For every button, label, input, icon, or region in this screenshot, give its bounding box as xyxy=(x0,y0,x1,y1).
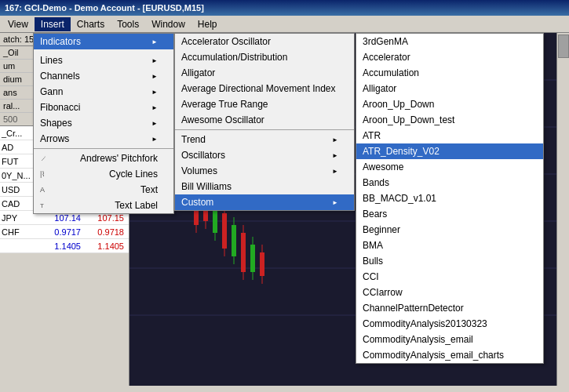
menu-lines[interactable]: Lines ► xyxy=(34,53,173,68)
custom-indicators-list: 3rdGenMA Accelerator Accumulation Alliga… xyxy=(356,33,544,364)
menu-text[interactable]: A Text xyxy=(34,182,173,198)
custom-commodity-analysis-email[interactable]: CommodityAnalysis_email xyxy=(356,332,543,347)
title-text: 167: GCI-Demo - Demo Account - [EURUSD,M… xyxy=(5,3,204,13)
indicators-submenu: Accelerator Oscillator Accumulation/Dist… xyxy=(174,33,355,211)
submenu-arrow: ► xyxy=(151,104,158,111)
custom-cciarrow[interactable]: CCIarrow xyxy=(356,285,543,300)
ind-atr[interactable]: Average True Range xyxy=(175,96,354,112)
menu-bar: View Insert Charts Tools Window Help xyxy=(0,16,569,33)
ind-accumulation[interactable]: Accumulation/Distribution xyxy=(175,49,354,65)
custom-bb-macd[interactable]: BB_MACD_v1.01 xyxy=(356,191,543,206)
menu-fibonacci[interactable]: Fibonacci ► xyxy=(34,100,173,115)
custom-aroon-up-down[interactable]: Aroon_Up_Down xyxy=(356,96,543,112)
ind-volumes[interactable]: Volumes ► xyxy=(175,163,354,179)
menu-shapes[interactable]: Shapes ► xyxy=(34,115,173,131)
custom-commodity-analysis-2013[interactable]: CommodityAnalysis20130323 xyxy=(356,316,543,332)
custom-cci[interactable]: CCI xyxy=(356,269,543,285)
submenu-arrow: ► xyxy=(151,73,158,80)
menu-gann[interactable]: Gann ► xyxy=(34,84,173,100)
custom-3rdgenma[interactable]: 3rdGenMA xyxy=(356,34,543,49)
chart-scrollbar[interactable] xyxy=(556,33,569,386)
custom-awesome[interactable]: Awesome xyxy=(356,159,543,175)
menu-andrews-pitchfork[interactable]: ⟋ Andrews' Pitchfork xyxy=(34,151,173,166)
table-row: 1.1405 1.1405 xyxy=(0,239,129,253)
menu-indicators[interactable]: Indicators ► xyxy=(34,34,173,49)
ind-bill-williams[interactable]: Bill Williams xyxy=(175,179,354,194)
custom-alligator[interactable]: Alligator xyxy=(356,81,543,96)
menu-tools[interactable]: Tools xyxy=(111,17,145,31)
ind-adx[interactable]: Average Directional Movement Index xyxy=(175,81,354,96)
submenu-arrow: ► xyxy=(332,152,338,159)
ind-alligator[interactable]: Alligator xyxy=(175,65,354,81)
table-row: CHF 0.9717 0.9718 xyxy=(0,225,129,239)
ind-custom[interactable]: Custom ► xyxy=(175,194,354,210)
menu-cycle-lines[interactable]: |⌇ Cycle Lines xyxy=(34,166,173,182)
custom-atr-density-v02[interactable]: ATR_Density_V02 xyxy=(356,143,543,159)
menu-text-label[interactable]: T Text Label xyxy=(34,198,173,213)
custom-beginner[interactable]: Beginner xyxy=(356,222,543,238)
menu-insert[interactable]: Insert xyxy=(35,17,71,31)
custom-bands[interactable]: Bands xyxy=(356,175,543,191)
custom-commodity-analysis-email-charts[interactable]: CommodityAnalysis_email_charts xyxy=(356,347,543,363)
submenu-arrow: ► xyxy=(151,38,158,45)
custom-bma[interactable]: BMA xyxy=(356,238,543,253)
menu-charts[interactable]: Charts xyxy=(71,17,111,31)
menu-arrows[interactable]: Arrows ► xyxy=(34,131,173,147)
title-bar: 167: GCI-Demo - Demo Account - [EURUSD,M… xyxy=(0,0,569,16)
custom-bears[interactable]: Bears xyxy=(356,206,543,222)
submenu-arrow: ► xyxy=(332,136,338,143)
submenu-arrow: ► xyxy=(151,120,158,127)
scrollbar-thumb[interactable] xyxy=(558,34,569,58)
ind-awesome[interactable]: Awesome Oscillator xyxy=(175,112,354,128)
submenu-arrow: ► xyxy=(332,199,338,206)
custom-aroon-up-down-test[interactable]: Aroon_Up_Down_test xyxy=(356,112,543,128)
submenu-arrow: ► xyxy=(151,57,158,64)
custom-accumulation[interactable]: Accumulation xyxy=(356,65,543,81)
custom-bulls[interactable]: Bulls xyxy=(356,253,543,269)
custom-accelerator[interactable]: Accelerator xyxy=(356,49,543,65)
submenu-arrow: ► xyxy=(332,168,338,175)
menu-window[interactable]: Window xyxy=(145,17,191,31)
custom-atr[interactable]: ATR xyxy=(356,128,543,143)
menu-help[interactable]: Help xyxy=(191,17,224,31)
submenu-arrow: ► xyxy=(151,89,158,96)
ind-oscillators[interactable]: Oscillators ► xyxy=(175,147,354,163)
menu-view[interactable]: View xyxy=(2,17,35,31)
menu-channels[interactable]: Channels ► xyxy=(34,68,173,84)
ind-trend[interactable]: Trend ► xyxy=(175,132,354,147)
submenu-arrow: ► xyxy=(151,136,158,143)
custom-channel-pattern[interactable]: ChannelPatternDetector xyxy=(356,300,543,316)
ind-accelerator-oscillator[interactable]: Accelerator Oscillator xyxy=(175,34,354,49)
insert-dropdown: Indicators ► Lines ► Channels ► Gann ► F… xyxy=(33,33,174,214)
